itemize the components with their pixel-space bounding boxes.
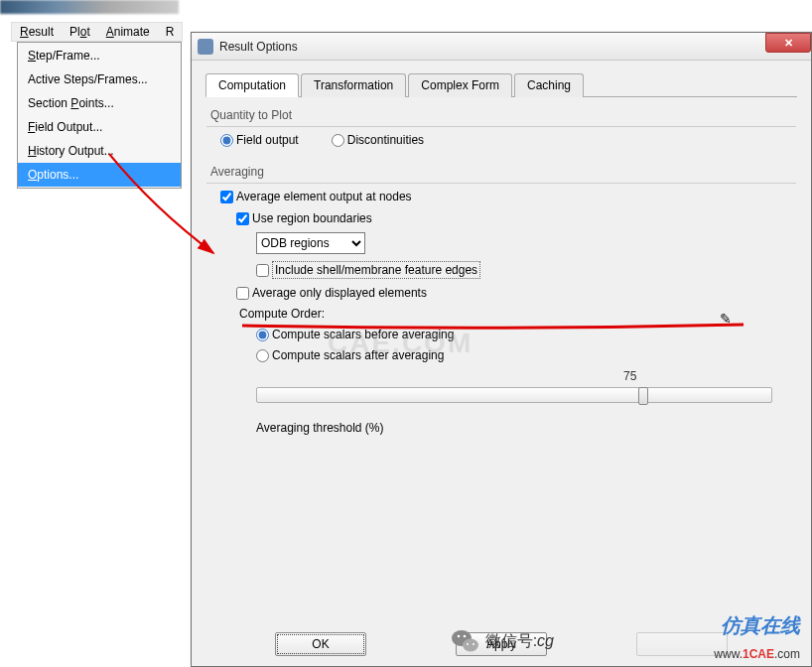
checkbox-use-region[interactable] xyxy=(236,212,249,225)
radio-scalars-before[interactable] xyxy=(256,329,269,341)
menu-step-frame[interactable]: Step/Frame... xyxy=(18,44,181,67)
group-averaging: Averaging xyxy=(206,163,796,184)
menu-section-points[interactable]: Section Points... xyxy=(18,91,181,115)
tab-transformation[interactable]: Transformation xyxy=(301,73,406,97)
label-use-region: Use region boundaries xyxy=(252,211,372,225)
slider-track[interactable] xyxy=(256,387,772,403)
menu-field-output[interactable]: Field Output... xyxy=(18,115,181,139)
apply-button[interactable]: Apply xyxy=(456,632,547,656)
menubar: Result Plot Animate R xyxy=(11,22,183,42)
slider-thumb[interactable] xyxy=(638,387,648,405)
radio-discontinuities[interactable] xyxy=(332,134,344,147)
result-options-dialog: Result Options ✕ Computation Transformat… xyxy=(191,32,812,667)
button-partial[interactable] xyxy=(636,632,728,656)
label-scalars-before: Compute scalars before averaging xyxy=(272,328,454,341)
dialog-icon xyxy=(198,39,213,55)
menu-result[interactable]: Result xyxy=(12,23,62,41)
label-scalars-after: Compute scalars after averaging xyxy=(272,348,444,362)
dialog-titlebar[interactable]: Result Options ✕ xyxy=(192,33,811,61)
radio-scalars-after[interactable] xyxy=(256,349,269,362)
radio-field-output[interactable] xyxy=(220,134,233,147)
checkbox-include-shell[interactable] xyxy=(256,264,269,277)
button-bar: OK Apply xyxy=(192,622,811,666)
slider-value: 75 xyxy=(623,369,636,383)
checkbox-avg-nodes[interactable] xyxy=(220,191,233,203)
select-region[interactable]: ODB regions xyxy=(256,232,365,254)
label-threshold: Averaging threshold (%) xyxy=(256,421,796,435)
tab-complex-form[interactable]: Complex Form xyxy=(408,73,512,97)
menu-plot[interactable]: Plot xyxy=(62,23,98,41)
checkbox-avg-displayed[interactable] xyxy=(236,287,249,300)
parent-window-titlebar xyxy=(0,0,179,14)
group-quantity-to-plot: Quantity to Plot xyxy=(206,106,796,127)
label-include-shell: Include shell/membrane feature edges xyxy=(272,261,480,279)
menu-animate[interactable]: Animate xyxy=(98,23,158,41)
tab-computation[interactable]: Computation xyxy=(205,73,299,97)
dialog-title: Result Options xyxy=(219,40,811,54)
label-discontinuities: Discontinuities xyxy=(347,133,424,147)
ok-button[interactable]: OK xyxy=(275,632,366,656)
menu-active-steps[interactable]: Active Steps/Frames... xyxy=(18,67,181,91)
result-dropdown: Step/Frame... Active Steps/Frames... Sec… xyxy=(17,42,182,189)
close-button[interactable]: ✕ xyxy=(765,33,811,53)
label-avg-displayed: Average only displayed elements xyxy=(252,286,427,300)
menu-options[interactable]: Options... xyxy=(18,163,181,187)
menu-partial[interactable]: R xyxy=(158,23,183,41)
label-field-output: Field output xyxy=(236,133,299,147)
tab-caching[interactable]: Caching xyxy=(514,73,584,97)
label-compute-order: Compute Order: xyxy=(239,307,325,321)
menu-history-output[interactable]: History Output... xyxy=(18,139,181,163)
tabs: Computation Transformation Complex Form … xyxy=(205,72,797,97)
label-avg-nodes: Average element output at nodes xyxy=(236,190,412,203)
